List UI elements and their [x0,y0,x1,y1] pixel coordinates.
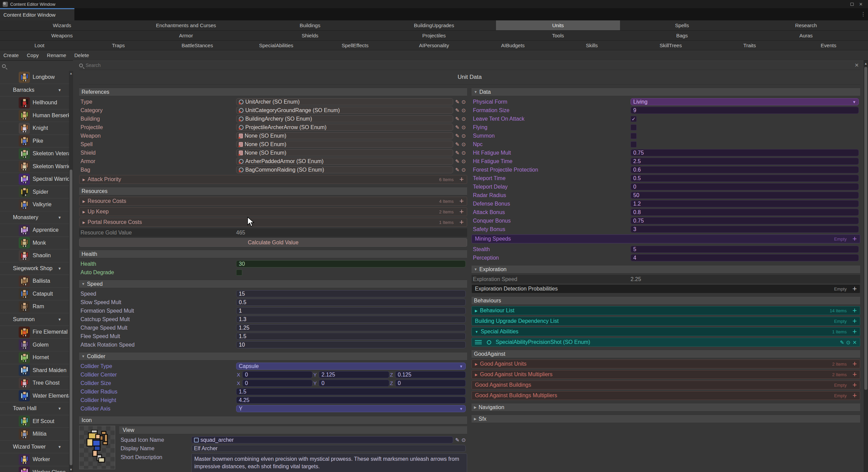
edit-icon[interactable]: ✎ [455,108,460,113]
list-foldout-good-against-units[interactable]: ▶Good Against Units2 Items+ [472,360,860,368]
sidebar-item-valkyrie[interactable]: Valkyrie [0,198,69,211]
section-header-icon[interactable]: Icon [79,416,467,424]
sidebar-item-longbow[interactable]: Longbow [0,71,69,84]
nav-tab-auras[interactable]: Auras [744,31,868,40]
nav-tab-loot[interactable]: Loot [0,41,79,50]
list-foldout-exploration-detection-probabilities[interactable]: Exploration Detection ProbabilitiesEmpty… [472,284,860,293]
display-name-field[interactable]: Elf Archer [191,445,466,452]
sidebar-item-ballista[interactable]: Ballista [0,275,69,288]
nav-tab-buildings[interactable]: Buildings [248,20,372,30]
sidebar-category-wizard-tower[interactable]: Wizard Tower▼ [0,441,69,454]
checkbox-summon[interactable] [631,133,637,139]
number-field[interactable]: 1.3 [236,316,466,323]
object-picker-icon[interactable]: ⊙ [461,159,466,164]
number-field[interactable]: 4.25 [236,397,466,404]
scroll-up-icon[interactable]: ▲ [864,62,868,65]
vector-field-z[interactable]: 0 [395,380,466,387]
number-field[interactable]: 1 [236,307,466,314]
calculate-gold-value-button[interactable]: Calculate Gold Value [79,238,467,247]
nav-tab-wizards[interactable]: Wizards [0,20,124,30]
object-picker-icon[interactable]: ⊙ [461,437,466,442]
vector-field-x[interactable]: 0 [242,380,313,387]
vector-field-x[interactable]: 0 [242,371,313,378]
list-foldout-behaviour-list[interactable]: ▶Behaviour List14 Items+ [472,306,860,315]
main-scrollbar[interactable]: ▲ [864,60,868,472]
section-header-navigation[interactable]: ▶Navigation [472,403,860,412]
number-field[interactable]: 2.5 [631,158,859,165]
dropdown-collider-axis[interactable]: Y▼ [236,405,466,412]
nav-tab-buildingupgrades[interactable]: BuildingUpgrades [372,20,496,30]
create-button[interactable]: Create [2,52,20,59]
object-reference-field[interactable]: BuildingArchery (SO Enum) [236,115,453,122]
sidebar-item-worker-clone[interactable]: Worker Clone [0,466,69,472]
sidebar-item-shard-maiden[interactable]: Shard Maiden [0,364,69,377]
nav-tab-spelleffects[interactable]: SpellEffects [316,41,394,50]
sidebar-item-monk[interactable]: Monk [0,237,69,250]
object-reference-field[interactable]: None (SO Enum) [236,141,453,148]
sidebar-item-skeleton-warrior[interactable]: Skeleton Warrior [0,160,69,173]
object-picker-icon[interactable]: ⊙ [461,150,466,155]
edit-icon[interactable]: ✎ [455,437,460,442]
section-header-resources[interactable]: Resources [79,187,467,195]
list-foldout-portal-resource-costs[interactable]: ▶Portal Resource Costs1 Items+ [79,218,467,227]
sidebar-item-worker[interactable]: Worker [0,453,69,466]
list-foldout-good-against-buildings[interactable]: Good Against BuildingsEmpty+ [472,381,860,389]
object-reference-field[interactable]: ProjectileArcherArrow (SO Enum) [236,124,453,131]
number-field[interactable]: 4 [631,254,859,261]
section-header-data[interactable]: ▼Data [472,88,860,96]
sidebar-item-militia[interactable]: Militia [0,428,69,441]
list-item-specialabilityprecisionshot-so-enum[interactable]: SpecialAbilityPrecisionShot (SO Enum)✎⊙✕ [472,338,860,347]
sidebar-item-catapult[interactable]: Catapult [0,288,69,301]
nav-tab-tools[interactable]: Tools [496,31,620,40]
list-foldout-good-against-buildings-multipliers[interactable]: Good Against Buildings MultipliersEmpty+ [472,391,860,400]
sidebar-scrollbar[interactable]: ▲ ▼ [69,71,73,472]
section-header-exploration[interactable]: ▼Exploration [472,265,860,274]
section-header-references[interactable]: References [79,88,467,96]
nav-tab-weapons[interactable]: Weapons [0,31,124,40]
nav-tab-research[interactable]: Research [744,20,868,30]
number-field[interactable]: 0 [631,183,859,190]
sidebar-item-knight[interactable]: Knight [0,122,69,135]
number-field[interactable]: 10 [236,341,466,348]
nav-tab-traps[interactable]: Traps [79,41,158,50]
number-field[interactable]: 1.5 [236,333,466,340]
nav-tab-specialabilities[interactable]: SpecialAbilities [237,41,316,50]
sidebar-item-pike[interactable]: Pike [0,135,69,148]
list-foldout-attack-priority[interactable]: ▶Attack Priority6 Items+ [79,175,467,184]
squad-icon-name-field[interactable]: squad_archer [191,436,453,443]
object-picker-icon[interactable]: ⊙ [461,108,466,113]
nav-tab-bags[interactable]: Bags [620,31,744,40]
edit-icon[interactable]: ✎ [455,150,460,155]
object-picker-icon[interactable]: ⊙ [461,125,466,130]
tab-menu-icon[interactable]: ⋮ [861,11,866,17]
number-field[interactable]: 3 [631,226,859,233]
section-header-behaviours[interactable]: Behaviours [472,296,860,305]
number-field[interactable]: 5 [631,246,859,253]
sidebar-item-spectral-warrior[interactable]: Spectral Warrior [0,173,69,186]
nav-tab-aipersonality[interactable]: AIPersonality [394,41,473,50]
object-reference-field[interactable]: UnitCategoryGroundRange (SO Enum) [236,107,453,114]
number-field[interactable]: 0.5 [631,175,859,182]
remove-item-icon[interactable]: ✕ [852,340,857,345]
list-foldout-good-against-units-multipliers[interactable]: ▶Good Against Units Multipliers2 Items+ [472,370,860,379]
sidebar-category-barracks[interactable]: Barracks▼ [0,84,69,97]
scroll-up-icon[interactable]: ▲ [69,72,73,75]
short-description-field[interactable]: Master bowmen combining elven precision … [191,453,467,472]
number-field[interactable]: 9 [631,107,859,114]
sidebar-item-hornet[interactable]: Hornet [0,351,69,364]
sidebar-item-ram[interactable]: Ram [0,300,69,313]
edit-icon[interactable]: ✎ [455,167,460,172]
checkbox-auto-degrade[interactable] [236,269,242,276]
vector-field-y[interactable]: 2.125 [319,371,389,378]
window-restore-button[interactable] [848,1,856,7]
number-field[interactable]: 0.8 [631,209,859,216]
nav-tab-spells[interactable]: Spells [620,20,744,30]
sidebar-item-water-elemental[interactable]: Water Elemental [0,390,69,403]
search-clear-icon[interactable]: ✕ [853,62,860,68]
sidebar-item-fire-elemental[interactable]: Fire Elemental [0,326,69,339]
vector-field-y[interactable]: 0 [319,380,389,387]
checkbox-npc[interactable] [631,141,637,147]
sidebar-category-monastery[interactable]: Monastery▼ [0,211,69,224]
delete-button[interactable]: Delete [73,52,90,59]
section-header-goodagainst[interactable]: GoodAgainst [472,350,860,358]
